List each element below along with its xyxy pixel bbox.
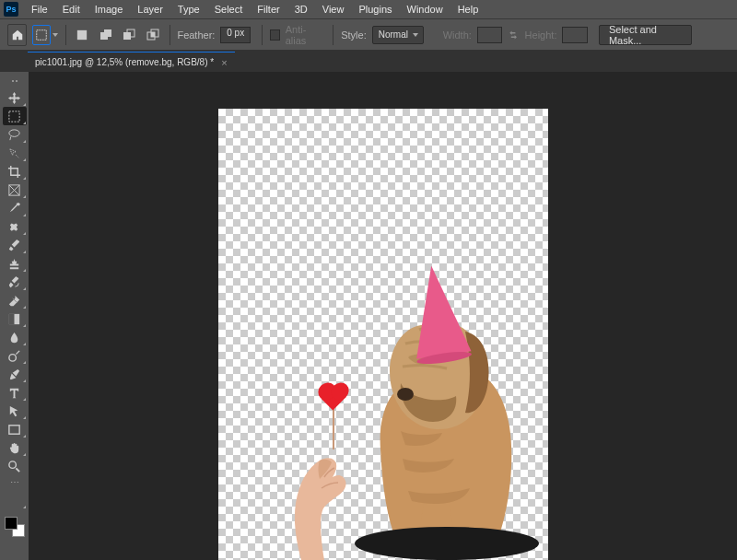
lasso-tool[interactable]	[3, 125, 27, 144]
svg-point-15	[9, 461, 17, 468]
svg-point-13	[9, 354, 17, 361]
image-party-hat	[404, 262, 471, 358]
height-label: Height:	[525, 29, 557, 41]
selection-intersect-icon[interactable]	[144, 25, 161, 45]
type-tool[interactable]	[3, 383, 27, 402]
height-input	[562, 27, 587, 43]
menu-type[interactable]: Type	[170, 2, 207, 17]
tools-panel: ⋯	[0, 72, 29, 560]
svg-rect-14	[9, 425, 19, 433]
toolbar-more-icon[interactable]	[3, 491, 27, 509]
history-brush-tool[interactable]	[3, 273, 27, 291]
crop-tool[interactable]	[3, 162, 27, 181]
feather-label: Feather:	[177, 29, 215, 41]
width-input	[477, 27, 502, 43]
foreground-color[interactable]	[5, 517, 18, 530]
menu-bar: Ps File Edit Image Layer Type Select Fil…	[0, 0, 737, 18]
color-swatches[interactable]	[5, 517, 25, 537]
svg-rect-0	[37, 29, 47, 40]
home-button[interactable]	[7, 24, 27, 46]
menu-filter[interactable]: Filter	[250, 2, 287, 17]
clone-stamp-tool[interactable]	[3, 254, 27, 273]
document-canvas[interactable]	[218, 109, 548, 560]
gradient-tool[interactable]	[3, 309, 27, 328]
antialias-label: Anti-alias	[286, 24, 322, 46]
menu-view[interactable]: View	[315, 2, 352, 17]
eyedropper-tool[interactable]	[3, 199, 27, 217]
menu-3d[interactable]: 3D	[287, 2, 315, 17]
marquee-tool-preset[interactable]	[32, 25, 50, 45]
brush-tool[interactable]	[3, 236, 27, 254]
svg-rect-3	[104, 29, 111, 37]
healing-tool[interactable]	[3, 217, 27, 236]
menu-window[interactable]: Window	[400, 2, 450, 17]
swap-icon[interactable]	[508, 29, 519, 41]
document-tab[interactable]: pic1001.jpg @ 12,5% (remove.bg, RGB/8) *…	[28, 52, 235, 72]
width-label: Width:	[443, 29, 472, 41]
move-tool[interactable]	[3, 88, 27, 107]
dodge-tool[interactable]	[3, 346, 27, 365]
hand-tool[interactable]	[3, 438, 27, 457]
style-select[interactable]: Normal	[372, 26, 424, 44]
pen-tool[interactable]	[3, 365, 27, 383]
image-plate	[355, 527, 539, 560]
style-label: Style:	[341, 29, 367, 41]
svg-rect-9	[9, 111, 19, 121]
frame-tool[interactable]	[3, 181, 27, 199]
menu-select[interactable]: Select	[207, 2, 251, 17]
panel-grip-icon[interactable]	[6, 76, 24, 87]
canvas-area	[29, 72, 737, 560]
svg-point-16	[397, 388, 414, 401]
menu-help[interactable]: Help	[450, 2, 486, 17]
quick-select-tool[interactable]	[3, 144, 27, 162]
eraser-tool[interactable]	[3, 291, 27, 309]
image-hand	[274, 422, 352, 560]
svg-rect-1	[77, 29, 87, 39]
selection-subtract-icon[interactable]	[121, 25, 138, 45]
close-tab-icon[interactable]: ×	[221, 57, 227, 68]
svg-rect-8	[151, 32, 155, 37]
menu-image[interactable]: Image	[88, 2, 131, 17]
select-and-mask-button[interactable]: Select and Mask...	[599, 25, 692, 45]
photoshop-logo: Ps	[4, 2, 18, 17]
options-bar: Feather: 0 px Anti-alias Style: Normal W…	[0, 18, 737, 50]
blur-tool[interactable]	[3, 328, 27, 346]
edit-toolbar-icon[interactable]: ⋯	[10, 477, 19, 487]
menu-file[interactable]: File	[24, 2, 55, 17]
rectangle-tool[interactable]	[3, 420, 27, 438]
selection-new-icon[interactable]	[74, 25, 91, 45]
document-tab-title: pic1001.jpg @ 12,5% (remove.bg, RGB/8) *	[35, 57, 214, 67]
antialias-checkbox	[270, 29, 280, 41]
feather-input[interactable]: 0 px	[220, 27, 251, 43]
path-select-tool[interactable]	[3, 402, 27, 420]
selection-add-icon[interactable]	[97, 25, 114, 45]
document-tab-bar: pic1001.jpg @ 12,5% (remove.bg, RGB/8) *…	[0, 50, 737, 72]
svg-rect-12	[9, 313, 15, 323]
menu-plugins[interactable]: Plugins	[351, 2, 399, 17]
menu-layer[interactable]: Layer	[130, 2, 170, 17]
marquee-tool[interactable]	[3, 107, 27, 125]
menu-edit[interactable]: Edit	[55, 2, 88, 17]
zoom-tool[interactable]	[3, 457, 27, 475]
